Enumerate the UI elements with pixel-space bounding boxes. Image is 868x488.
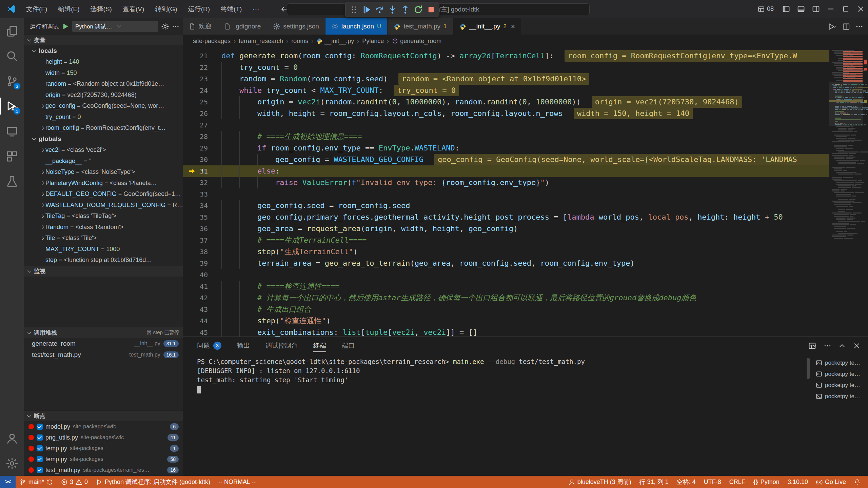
code-line-25[interactable]: 25origin = vec2i(random.randint(0, 10000…	[183, 96, 868, 108]
split-editor-icon[interactable]	[842, 23, 850, 30]
stack-frame[interactable]: test/test_math.pytest_math.py16:1	[24, 349, 183, 360]
code-line-37[interactable]: 37# ====生成TerrainCell====	[183, 235, 868, 246]
more-icon[interactable]	[855, 23, 863, 30]
activity-remote-explorer[interactable]	[0, 119, 24, 144]
status-git-branch[interactable]: main*	[16, 476, 57, 488]
breakpoint-checkbox[interactable]	[37, 434, 43, 441]
status-problems[interactable]: 30	[57, 476, 92, 488]
breakpoint-checkbox[interactable]	[37, 445, 43, 451]
panel-tab-终端[interactable]: 终端	[313, 337, 326, 354]
variable-row[interactable]: Tile = <class 'Tile'>	[24, 233, 183, 244]
scope-globals[interactable]: globals	[24, 134, 183, 145]
code-line-30[interactable]: 30geo_config = WASTELAND_GEO_CONFIGgeo_c…	[183, 154, 868, 165]
menu-item[interactable]: 转到(G)	[150, 3, 182, 15]
breakpoint-row[interactable]: png_utils.pysite-packages\wfc11	[24, 432, 183, 443]
code-line-29[interactable]: 29if room_config.env_type == EnvType.WAS…	[183, 142, 868, 154]
maximize-icon[interactable]	[838, 0, 853, 18]
activity-search[interactable]	[0, 43, 24, 68]
activity-testing[interactable]	[0, 169, 24, 194]
variable-row[interactable]: random = <Random object at 0x1bf9d01e…	[24, 79, 183, 90]
status-eol[interactable]: CRLF	[725, 476, 749, 488]
more-icon[interactable]	[824, 342, 831, 350]
code-line-34[interactable]: 34geo_config.seed = room_config.seed	[183, 200, 868, 211]
toggle-sidebar-icon[interactable]	[778, 0, 793, 18]
breakpoint-row[interactable]: model.pysite-packages\wfc6	[24, 421, 183, 432]
variable-row[interactable]: PlanetaryWindConfig = <class 'Planeta…	[24, 178, 183, 189]
section-header-watch[interactable]: 监视	[24, 266, 183, 277]
debug-restart-button[interactable]	[412, 3, 424, 16]
section-header-variables[interactable]: 变量	[24, 35, 183, 45]
status-notifications[interactable]	[850, 476, 865, 488]
tab-欢迎[interactable]: 欢迎	[183, 18, 218, 35]
stack-frame[interactable]: generate_room__init__.py31:1	[24, 338, 183, 349]
menu-item[interactable]: ···	[247, 3, 264, 15]
code-line-44[interactable]: 44step("检查连通性")	[183, 315, 868, 327]
code-line-42[interactable]: 42# 计算每一个出口的中心，然后使用astar生成路径，确保每一个出口组合都可…	[183, 292, 868, 304]
breadcrumb-item[interactable]: Pylance	[362, 38, 384, 45]
toggle-panel-icon[interactable]	[793, 0, 808, 18]
code-line-22[interactable]: 22try_count = 0	[183, 62, 868, 73]
code-line-27[interactable]: 27	[183, 119, 868, 131]
code-line-40[interactable]: 40	[183, 269, 868, 281]
status-debug-configuration[interactable]: Python 调试程序: 启动文件 (godot-ldtk)	[92, 476, 214, 488]
variable-row[interactable]: try_count = 0	[24, 111, 183, 123]
status-go-live[interactable]: Go Live	[812, 476, 850, 488]
section-header-breakpoints[interactable]: 断点	[24, 410, 183, 421]
terminal-instance[interactable]: pocketpy te…	[812, 368, 868, 380]
status-python-version[interactable]: 3.10.10	[784, 476, 812, 488]
debug-step-out-button[interactable]	[399, 3, 411, 16]
code-line-32[interactable]: 32raise ValueError(f"Invalid env type: {…	[183, 177, 868, 188]
section-header-callstack[interactable]: 调用堆栈因 step 已暂停	[24, 327, 183, 338]
status-cursor-position[interactable]: 行 31, 列 1	[635, 476, 673, 488]
terminal-instance[interactable]: pocketpy te…	[812, 357, 868, 368]
code-line-21[interactable]: 21def generate_room(room_config: RoomReq…	[183, 50, 868, 62]
panel-tab-端口[interactable]: 端口	[342, 337, 355, 354]
debug-drag-handle-button[interactable]	[348, 3, 360, 16]
activity-extensions[interactable]	[0, 144, 24, 169]
code-line-45[interactable]: 45exit_combinations: list[tuple[vec2i, v…	[183, 327, 868, 337]
breadcrumb-item[interactable]: site-packages	[193, 38, 231, 45]
variable-row[interactable]: vec2i = <class 'vec2i'>	[24, 145, 183, 156]
status-language-mode[interactable]: {}Python	[749, 476, 784, 488]
breadcrumb-item[interactable]: __init__.py	[316, 38, 354, 45]
start-debugging-icon[interactable]	[62, 23, 69, 30]
menu-item[interactable]: 查看(V)	[117, 3, 150, 15]
activity-source-control[interactable]: 3	[0, 68, 24, 94]
menu-item[interactable]: 终端(T)	[215, 3, 247, 15]
variable-row[interactable]: TileTag = <class 'TileTag'>	[24, 211, 183, 222]
panel-tab-调试控制台[interactable]: 调试控制台	[265, 337, 298, 354]
variable-row[interactable]: height = 140	[24, 57, 183, 68]
code-line-20[interactable]: 20	[183, 47, 868, 50]
variable-row[interactable]: WASTELAND_ROOM_REQUEST_CONFIG = RoomR…	[24, 200, 183, 211]
code-line-23[interactable]: 23random = Random(room_config.seed)rando…	[183, 73, 868, 85]
breadcrumb-item[interactable]: generate_room	[392, 38, 441, 45]
code-line-36[interactable]: 36geo_area = request_area(origin, width,…	[183, 223, 868, 235]
variable-row[interactable]: __package__ = ''	[24, 156, 183, 167]
tab-settings.json[interactable]: settings.json	[267, 18, 326, 35]
tab-test_math.py[interactable]: test_math.py1	[388, 18, 453, 35]
status-git-blame[interactable]: blueloveTH (3 周前)	[565, 476, 635, 488]
status-encoding[interactable]: UTF-8	[700, 476, 725, 488]
variable-row[interactable]: Random = <class 'Random'>	[24, 222, 183, 233]
debug-step-into-button[interactable]	[386, 3, 398, 16]
status-indentation[interactable]: 空格: 4	[673, 476, 700, 488]
code-line-43[interactable]: 43# 生成出口组合	[183, 304, 868, 315]
minimize-icon[interactable]	[823, 0, 838, 18]
close-panel-icon[interactable]	[853, 342, 861, 350]
activity-explorer[interactable]	[0, 18, 24, 43]
panel-tab-问题[interactable]: 问题3	[197, 337, 221, 354]
menu-item[interactable]: 选择(S)	[85, 3, 117, 15]
run-python-file-button[interactable]	[827, 23, 837, 30]
code-line-28[interactable]: 28# ====生成初始地理信息====	[183, 131, 868, 142]
breakpoint-row[interactable]: temp.pysite-packages1	[24, 443, 183, 454]
panel-tab-输出[interactable]: 输出	[237, 337, 250, 354]
variable-row[interactable]: width = 150	[24, 67, 183, 79]
tab-.gdignore[interactable]: .gdignore	[218, 18, 267, 35]
code-line-35[interactable]: 35geo_config.primary_forces.geothermal_a…	[183, 211, 868, 223]
code-line-24[interactable]: 24while try_count < MAX_TRY_COUNT:try_co…	[183, 85, 868, 96]
menu-item[interactable]: 运行(R)	[183, 3, 215, 15]
debug-step-over-button[interactable]	[373, 3, 386, 16]
activity-run-and-debug[interactable]: 1	[0, 94, 24, 119]
breakpoint-checkbox[interactable]	[37, 467, 43, 473]
code-line-38[interactable]: 38step("生成TerrainCell")	[183, 246, 868, 258]
